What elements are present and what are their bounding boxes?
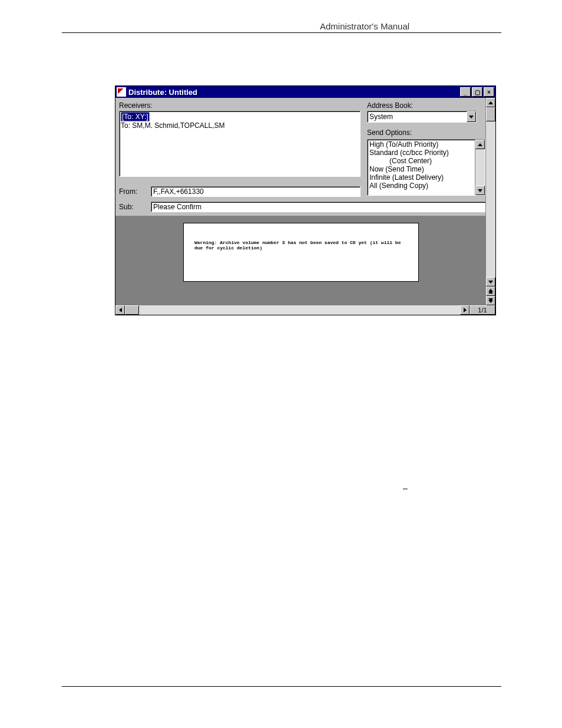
address-book-label: Address Book: (367, 101, 413, 110)
minimize-button[interactable]: _ (460, 87, 471, 97)
address-book-combo[interactable]: System (367, 111, 477, 123)
scroll-down-button[interactable] (475, 186, 485, 195)
close-button[interactable]: × (484, 87, 494, 97)
send-option[interactable]: High (To/Auth Priority) (369, 140, 483, 149)
chevron-up-icon (478, 143, 482, 146)
app-icon (117, 87, 126, 97)
scroll-down-button[interactable] (486, 277, 495, 286)
send-options-list[interactable]: High (To/Auth Priority) Standard (cc/bcc… (367, 139, 485, 196)
page-header: Administrator's Manual (320, 21, 409, 31)
scroll-up-button[interactable] (486, 98, 495, 107)
scroll-up-button[interactable] (475, 140, 485, 149)
send-option[interactable]: Now (Send Time) (369, 165, 483, 173)
preview-text: Warning: Archive volume number 3 has not… (194, 240, 401, 251)
send-options-label: Send Options: (367, 129, 412, 137)
preview-nav (486, 216, 495, 305)
from-input[interactable] (151, 186, 361, 197)
scroll-track[interactable] (139, 305, 460, 315)
window-title: Distribute: Untitled (128, 88, 197, 97)
page-down-button[interactable] (486, 296, 495, 305)
window-hscrollbar[interactable]: 1/1 (115, 305, 495, 315)
footer-rule (62, 686, 501, 687)
send-option[interactable]: (Cost Center) (369, 157, 483, 165)
maximize-button[interactable]: ▢ (472, 87, 482, 97)
receiver-selected[interactable]: [To: XY:] (121, 112, 150, 121)
chevron-down-icon (469, 116, 474, 118)
scroll-thumb[interactable] (486, 107, 495, 121)
header-rule (62, 32, 501, 33)
page-indicator: 1/1 (470, 305, 495, 315)
page-up-button[interactable] (486, 286, 495, 296)
address-book-dropdown-button[interactable] (467, 111, 476, 122)
scroll-thumb[interactable] (125, 305, 139, 315)
sub-input[interactable] (151, 202, 487, 212)
sub-label: Sub: (119, 203, 134, 211)
scroll-track[interactable] (475, 149, 485, 186)
receiver-line[interactable]: To: SM,M. Schmid,TOPCALL,SM (121, 121, 225, 130)
address-book-value: System (368, 113, 467, 121)
receivers-label: Receivers: (119, 101, 153, 110)
distribute-window: Distribute: Untitled _ ▢ × Receivers: [T… (115, 85, 496, 315)
send-option[interactable]: All (Sending Copy) (369, 182, 483, 190)
client-area: Receivers: [To: XY:] To: SM,M. Schmid,TO… (115, 98, 495, 315)
send-options-scrollbar[interactable] (475, 140, 485, 195)
preview-page: Warning: Archive volume number 3 has not… (183, 223, 419, 282)
scroll-left-button[interactable] (115, 305, 125, 315)
document-preview: Warning: Archive volume number 3 has not… (115, 216, 486, 305)
chevron-down-icon (488, 281, 493, 284)
receivers-list[interactable]: [To: XY:] To: SM,M. Schmid,TOPCALL,SM (119, 111, 361, 177)
stray-dash: – (403, 483, 408, 493)
send-option[interactable]: Standard (cc/bcc Priority) (369, 149, 483, 157)
scroll-right-button[interactable] (460, 305, 470, 315)
from-label: From: (119, 187, 137, 196)
titlebar[interactable]: Distribute: Untitled _ ▢ × (115, 86, 495, 98)
send-option[interactable]: Infinite (Latest Delivery) (369, 173, 483, 182)
chevron-left-icon (119, 308, 122, 312)
chevron-right-icon (464, 308, 467, 312)
chevron-up-icon (488, 101, 493, 104)
chevron-down-icon (478, 189, 482, 192)
